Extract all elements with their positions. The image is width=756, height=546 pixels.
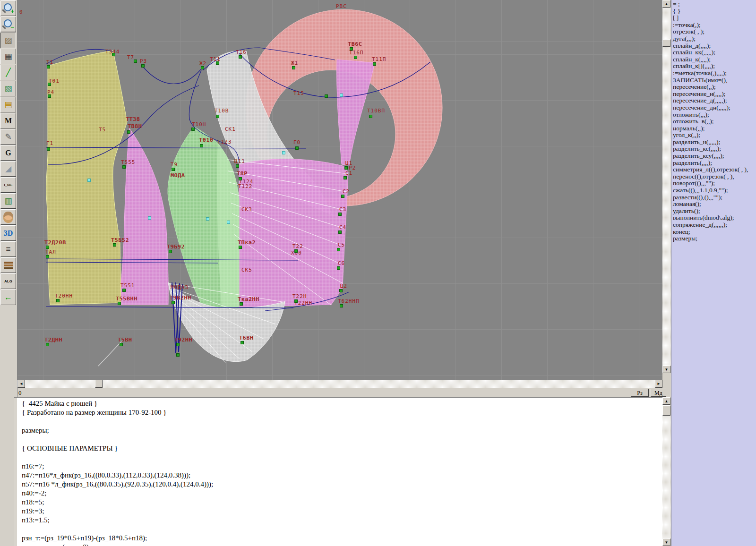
canvas-vscrollbar[interactable]: ▲ ▼ <box>662 0 670 373</box>
command-item[interactable]: [ ] <box>673 15 748 22</box>
code-editor[interactable]: { 4425 Майка с рюшей }{ Разработано на р… <box>14 397 662 546</box>
books-icon[interactable] <box>0 257 16 273</box>
command-item[interactable]: сопряжение_д(,,,,,,); <box>673 222 748 229</box>
command-item[interactable]: дуга(,,,); <box>673 35 748 43</box>
point-marker[interactable] <box>201 66 204 69</box>
portrait-icon[interactable] <box>0 209 16 225</box>
command-item[interactable]: поворот((),,,""); <box>673 180 748 187</box>
zoom-out-icon[interactable]: − <box>0 17 16 32</box>
m-letter-icon[interactable]: M <box>0 113 16 128</box>
grid-icon[interactable]: ▦ <box>0 49 16 64</box>
spreadsheet-icon[interactable]: ▥ <box>0 193 16 209</box>
command-item[interactable]: отрезок( , ); <box>673 28 748 35</box>
point-marker[interactable] <box>48 83 51 86</box>
point-marker[interactable] <box>350 47 353 51</box>
md-button[interactable]: Мд <box>651 389 666 397</box>
drawing-canvas[interactable]: 0Т1Т01Р4Т344Т7Р3Ж2Т11Т16Ж1Т15РВСТВ6СТ16П… <box>17 0 662 380</box>
point-marker[interactable] <box>240 302 243 306</box>
command-item[interactable]: сплайн_к[](,,,,); <box>673 63 748 70</box>
scroll-up-icon[interactable]: ▲ <box>662 397 670 405</box>
point-marker[interactable] <box>295 146 299 150</box>
scroll-up-icon[interactable]: ▲ <box>662 0 670 8</box>
command-item[interactable]: :=метка(точка(,),,,,); <box>673 70 748 77</box>
point-marker[interactable] <box>337 266 340 270</box>
selected-point-marker[interactable] <box>148 216 151 220</box>
command-item[interactable]: разделить_ксу(,,,,); <box>673 153 748 160</box>
point-marker[interactable] <box>56 299 60 302</box>
command-item[interactable]: нормаль(,,); <box>673 125 748 132</box>
threed-icon[interactable]: 3D <box>0 225 16 241</box>
command-item[interactable]: { } <box>673 8 748 15</box>
command-item[interactable]: размеры; <box>673 235 748 242</box>
command-item[interactable]: = ; <box>673 1 748 8</box>
point-marker[interactable] <box>337 248 340 251</box>
command-item[interactable]: конец; <box>673 229 748 236</box>
point-marker[interactable] <box>141 64 145 68</box>
point-marker[interactable] <box>122 165 126 169</box>
command-item[interactable]: разделить_н(,,,,,); <box>673 139 748 146</box>
scroll-left-icon[interactable]: ◄ <box>17 380 25 388</box>
command-item[interactable]: сплайн_кк(,,,,,); <box>673 49 748 56</box>
selected-point-marker[interactable] <box>206 217 209 221</box>
command-item[interactable]: симметрия_л((),отрезок( , ), <box>673 166 748 173</box>
point-marker[interactable] <box>216 61 219 65</box>
command-item[interactable]: сплайн_д(,,,,); <box>673 43 748 50</box>
canvas-hscrollbar[interactable]: ◄ ► <box>17 380 662 388</box>
list-doc-icon[interactable]: ≡ <box>0 241 16 257</box>
point-marker[interactable] <box>127 130 130 134</box>
command-item[interactable]: перенос((),отрезок( , ), <box>673 173 748 180</box>
point-marker[interactable] <box>340 304 343 307</box>
drafting-tools-icon[interactable]: ✎ <box>0 129 16 145</box>
point-marker[interactable] <box>344 166 348 170</box>
ruler-icon[interactable]: ◢ <box>0 161 16 177</box>
g-letter-icon[interactable]: G <box>0 145 16 161</box>
editor-vscrollbar[interactable]: ▲ ▼ <box>662 397 670 546</box>
command-item[interactable]: ЗАПИСАТЬ(имя=(), <box>673 77 748 84</box>
point-marker[interactable] <box>216 115 219 118</box>
rz-button[interactable]: Рз <box>631 389 649 397</box>
exit-icon[interactable]: ← <box>0 290 16 305</box>
selected-point-marker[interactable] <box>87 179 91 182</box>
point-marker[interactable] <box>122 289 126 292</box>
command-item[interactable]: сплайн_к(,,,,); <box>673 56 748 63</box>
command-item[interactable]: разделить_кс(,,,,); <box>673 145 748 153</box>
measure-segment-icon[interactable]: ╱ <box>0 65 16 80</box>
point-marker[interactable] <box>294 299 298 303</box>
point-marker[interactable] <box>239 177 242 180</box>
i66-icon[interactable]: i_66. <box>0 177 16 193</box>
selected-point-marker[interactable] <box>227 221 230 224</box>
scroll-down-icon[interactable]: ▼ <box>662 538 670 546</box>
command-item[interactable]: ломаная(); <box>673 201 748 208</box>
point-marker[interactable] <box>172 301 175 304</box>
command-item[interactable]: пересечение(,,); <box>673 84 748 91</box>
command-item[interactable]: развести((),(),,,""); <box>673 194 748 201</box>
point-marker[interactable] <box>176 343 180 346</box>
point-marker[interactable] <box>47 147 50 151</box>
scroll-thumb[interactable] <box>662 405 670 416</box>
point-marker[interactable] <box>239 246 242 249</box>
pattern-piece-icon[interactable]: ▤ <box>0 97 16 112</box>
point-marker[interactable] <box>292 66 295 69</box>
command-item[interactable]: пересечение_дн(,,,,,); <box>673 104 748 111</box>
point-marker[interactable] <box>176 353 180 357</box>
point-marker[interactable] <box>236 164 239 168</box>
command-item[interactable]: пересечение_н(,,,,); <box>673 91 748 98</box>
command-item[interactable]: удалить(); <box>673 208 748 215</box>
scroll-thumb[interactable] <box>662 39 670 47</box>
point-marker[interactable] <box>373 62 376 66</box>
point-marker[interactable] <box>239 55 242 59</box>
zoom-in-icon[interactable]: + <box>0 0 16 16</box>
command-item[interactable]: выполнить(dmod\.alg); <box>673 214 748 222</box>
point-marker[interactable] <box>339 289 343 292</box>
command-item[interactable]: пересечение_д(,,,,,); <box>673 97 748 104</box>
scroll-right-icon[interactable]: ► <box>655 380 662 388</box>
pattern-zoom-icon[interactable]: ▨ <box>0 33 16 48</box>
point-marker[interactable] <box>46 255 49 258</box>
command-item[interactable]: разделить(,,,,); <box>673 160 748 167</box>
selected-point-marker[interactable] <box>282 151 285 154</box>
point-marker[interactable] <box>325 94 328 98</box>
point-marker[interactable] <box>169 250 172 253</box>
point-marker[interactable] <box>200 144 203 147</box>
point-marker[interactable] <box>134 60 137 63</box>
command-item[interactable]: отложить(,,,); <box>673 111 748 119</box>
